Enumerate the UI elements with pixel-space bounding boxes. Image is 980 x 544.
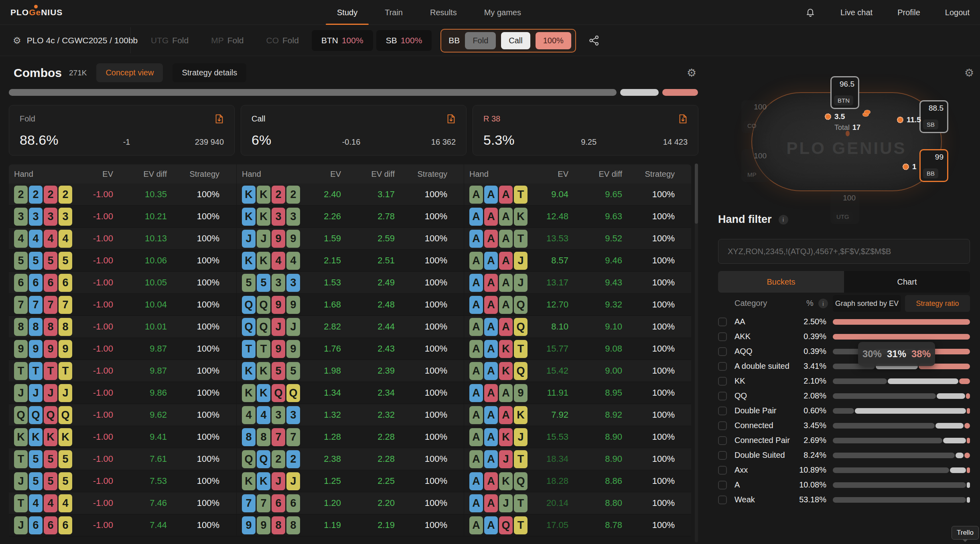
bb-option-call[interactable]: Call: [501, 32, 530, 49]
hand-row[interactable]: KKQQ1.342.34100%: [237, 382, 464, 404]
hand-row[interactable]: J666-1.007.44100%: [9, 514, 236, 536]
hand-row[interactable]: TT991.762.43100%: [237, 338, 464, 360]
seat-utg[interactable]: 100UTG: [830, 191, 859, 224]
bucket-row-axx[interactable]: Axx10.89%: [718, 463, 970, 477]
bucket-checkbox[interactable]: [718, 347, 727, 356]
concept-view-button[interactable]: Concept view: [96, 63, 163, 82]
bucket-row-kk[interactable]: KK2.10%: [718, 374, 970, 388]
breadcrumb-gear-icon[interactable]: ⚙: [13, 35, 21, 46]
hand-row[interactable]: AAAT9.049.65100%: [464, 184, 691, 206]
table-settings-gear-icon[interactable]: ⚙: [687, 67, 696, 79]
hand-row[interactable]: AAAK12.489.63100%: [464, 206, 691, 228]
seat-btn[interactable]: 96.5BTN: [830, 76, 859, 109]
hand-filter-info-icon[interactable]: i: [779, 215, 788, 224]
filter-tab-buckets[interactable]: Buckets: [718, 271, 844, 293]
seat-mp[interactable]: 100MP: [741, 149, 770, 182]
bucket-checkbox[interactable]: [718, 392, 727, 400]
scrollbar-thumb[interactable]: [695, 164, 698, 224]
hand-row[interactable]: AAAQ8.109.10100%: [464, 316, 691, 338]
tab-my-games[interactable]: My games: [471, 0, 535, 25]
strategy-details-button[interactable]: Strategy details: [172, 63, 246, 82]
hand-row[interactable]: 3333-1.0010.21100%: [9, 206, 236, 228]
hand-row[interactable]: AAAQ12.709.32100%: [464, 294, 691, 316]
action-button-co[interactable]: COFold: [257, 30, 308, 51]
hand-row[interactable]: 55331.532.49100%: [237, 272, 464, 294]
hand-row[interactable]: 88771.282.28100%: [237, 426, 464, 448]
hand-row[interactable]: T555-1.007.61100%: [9, 448, 236, 470]
hand-row[interactable]: QQQQ-1.009.62100%: [9, 404, 236, 426]
tab-study[interactable]: Study: [323, 0, 371, 25]
hand-row[interactable]: AAJT18.348.90100%: [464, 448, 691, 470]
bucket-checkbox[interactable]: [718, 436, 727, 445]
hand-row[interactable]: 99881.192.19100%: [237, 514, 464, 536]
bucket-row-weak[interactable]: Weak53.18%: [718, 492, 970, 507]
action-button-sb[interactable]: SB100%: [376, 30, 432, 51]
hand-row[interactable]: AAAK7.928.92100%: [464, 404, 691, 426]
bb-option-fold[interactable]: Fold: [465, 32, 496, 49]
hand-row[interactable]: AAA911.918.95100%: [464, 382, 691, 404]
seat-co[interactable]: 100CO: [741, 100, 770, 133]
hand-row[interactable]: 4444-1.0010.13100%: [9, 228, 236, 250]
seat-sb[interactable]: 88.5SB: [919, 100, 948, 133]
notifications-bell-icon[interactable]: [805, 7, 816, 18]
seat-bb[interactable]: 99BB: [919, 149, 948, 182]
strategy-ratio-button[interactable]: Strategy ratio: [905, 295, 970, 312]
logo[interactable]: PLOGeNIUS: [10, 0, 63, 25]
hand-row[interactable]: KK222.403.17100%: [237, 184, 464, 206]
bucket-checkbox[interactable]: [718, 332, 727, 341]
bucket-row-double-suited[interactable]: Double Suited8.24%: [718, 448, 970, 463]
bucket-row-double-pair[interactable]: Double Pair0.60%: [718, 403, 970, 418]
bucket-checkbox[interactable]: [718, 466, 727, 475]
hand-row[interactable]: 6666-1.0010.05100%: [9, 272, 236, 294]
hand-row[interactable]: AAQT17.058.78100%: [464, 514, 691, 536]
tab-results[interactable]: Results: [416, 0, 471, 25]
graph-sorted-by-ev-button[interactable]: Graph sorted by EV: [833, 295, 901, 312]
bucket-checkbox[interactable]: [718, 421, 727, 430]
hand-row[interactable]: 5555-1.0010.06100%: [9, 250, 236, 272]
hand-row[interactable]: KK332.262.78100%: [237, 206, 464, 228]
bucket-row-aa[interactable]: AA2.50%: [718, 314, 970, 329]
hand-row[interactable]: 2222-1.0010.35100%: [9, 184, 236, 206]
action-button-mp[interactable]: MPFold: [201, 30, 253, 51]
nav-link-profile[interactable]: Profile: [897, 8, 920, 17]
bucket-row-qq[interactable]: QQ2.08%: [718, 388, 970, 403]
hand-row[interactable]: 9999-1.009.87100%: [9, 338, 236, 360]
hand-row[interactable]: KK442.152.51100%: [237, 250, 464, 272]
hand-row[interactable]: 8888-1.0010.01100%: [9, 316, 236, 338]
hand-filter-input[interactable]: [718, 239, 970, 264]
table-scrollbar[interactable]: [695, 164, 698, 542]
bucket-row-a[interactable]: A10.08%: [718, 477, 970, 492]
hand-row[interactable]: QQ991.682.48100%: [237, 294, 464, 316]
hand-row[interactable]: JJJJ-1.009.86100%: [9, 382, 236, 404]
bucket-row-connected-pair[interactable]: Connected Pair2.69%: [718, 433, 970, 448]
hand-row[interactable]: KK551.982.39100%: [237, 360, 464, 382]
hand-row[interactable]: T444-1.007.46100%: [9, 492, 236, 514]
action-button-utg[interactable]: UTGFold: [141, 30, 198, 51]
bb-option-100[interactable]: 100%: [536, 32, 571, 49]
hand-row[interactable]: 44331.322.32100%: [237, 404, 464, 426]
hand-row[interactable]: KKJJ1.252.25100%: [237, 470, 464, 492]
hand-row[interactable]: AAJT20.148.80100%: [464, 492, 691, 514]
bucket-checkbox[interactable]: [718, 362, 727, 371]
bucket-checkbox[interactable]: [718, 495, 727, 504]
hand-row[interactable]: J555-1.007.53100%: [9, 470, 236, 492]
action-button-btn[interactable]: BTN100%: [312, 30, 373, 51]
hand-row[interactable]: AAKT15.779.08100%: [464, 338, 691, 360]
hand-row[interactable]: AAAJ8.579.46100%: [464, 250, 691, 272]
hand-row[interactable]: TTTT-1.009.87100%: [9, 360, 236, 382]
hand-row[interactable]: 7777-1.0010.04100%: [9, 294, 236, 316]
export-report-icon[interactable]: [214, 113, 225, 125]
nav-link-live-chat[interactable]: Live chat: [840, 8, 872, 17]
hand-row[interactable]: 77661.202.20100%: [237, 492, 464, 514]
bucket-row-connected[interactable]: Connected3.45%: [718, 418, 970, 433]
hand-row[interactable]: KKKK-1.009.41100%: [9, 426, 236, 448]
buckets-percent-info-icon[interactable]: i: [818, 299, 828, 308]
nav-link-logout[interactable]: Logout: [945, 8, 970, 17]
bucket-checkbox[interactable]: [718, 451, 727, 460]
hand-row[interactable]: AAKQ18.288.86100%: [464, 470, 691, 492]
hand-row[interactable]: AAKJ15.538.90100%: [464, 426, 691, 448]
hand-row[interactable]: QQJJ2.822.44100%: [237, 316, 464, 338]
bucket-checkbox[interactable]: [718, 318, 727, 326]
share-icon[interactable]: [588, 34, 600, 47]
hand-row[interactable]: AAAT13.539.52100%: [464, 228, 691, 250]
